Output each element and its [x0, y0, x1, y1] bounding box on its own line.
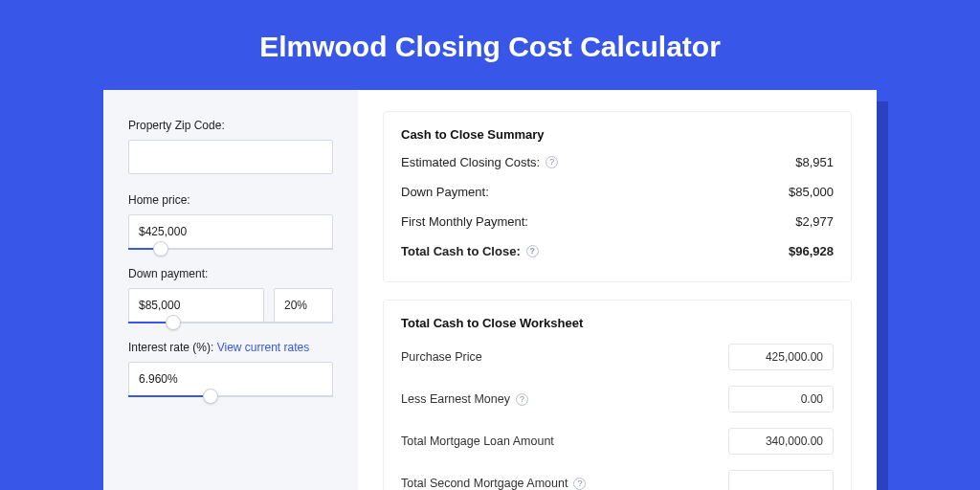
zip-input[interactable]	[128, 140, 333, 174]
summary-panel: Cash to Close Summary Estimated Closing …	[383, 111, 852, 282]
results-panel: Cash to Close Summary Estimated Closing …	[358, 90, 877, 490]
home-price-label: Home price:	[128, 193, 333, 207]
down-payment-label: Down payment:	[128, 267, 333, 280]
interest-rate-label: Interest rate (%): View current rates	[128, 341, 333, 354]
interest-rate-slider[interactable]	[128, 395, 333, 397]
slider-fill	[128, 395, 211, 397]
worksheet-row-second: Total Second Mortgage Amount ?	[401, 470, 834, 490]
earnest-money-input[interactable]	[728, 386, 834, 412]
worksheet-label: Total Mortgage Loan Amount	[401, 434, 554, 448]
worksheet-title: Total Cash to Close Worksheet	[401, 316, 834, 330]
worksheet-label: Less Earnest Money	[401, 392, 510, 406]
summary-row-first-payment: First Monthly Payment: $2,977	[401, 214, 834, 229]
worksheet-label: Purchase Price	[401, 350, 482, 364]
home-price-field: Home price:	[128, 193, 333, 250]
summary-label: Estimated Closing Costs:	[401, 155, 540, 169]
down-payment-input[interactable]	[128, 288, 264, 323]
info-icon[interactable]: ?	[573, 478, 586, 490]
interest-rate-label-text: Interest rate (%):	[128, 341, 213, 354]
zip-field: Property Zip Code:	[128, 119, 333, 174]
purchase-price-input[interactable]	[728, 344, 834, 370]
slider-thumb[interactable]	[166, 315, 181, 330]
summary-value: $8,951	[795, 155, 834, 169]
down-payment-pct-input[interactable]	[274, 288, 333, 323]
zip-label: Property Zip Code:	[128, 119, 333, 132]
info-icon[interactable]: ?	[516, 393, 528, 406]
summary-label: First Monthly Payment:	[401, 214, 528, 229]
interest-rate-field: Interest rate (%): View current rates	[128, 341, 333, 397]
summary-row-down-payment: Down Payment: $85,000	[401, 185, 834, 199]
summary-label: Total Cash to Close:	[401, 244, 521, 258]
second-mortgage-input[interactable]	[728, 470, 834, 490]
summary-row-est-costs: Estimated Closing Costs: ? $8,951	[401, 155, 834, 169]
worksheet-row-purchase: Purchase Price	[401, 344, 834, 370]
summary-row-total: Total Cash to Close: ? $96,928	[401, 244, 834, 258]
summary-value: $96,928	[789, 244, 834, 258]
page-title: Elmwood Closing Cost Calculator	[0, 0, 980, 90]
info-icon[interactable]: ?	[526, 245, 539, 257]
worksheet-row-earnest: Less Earnest Money ?	[401, 386, 834, 412]
summary-value: $85,000	[789, 185, 834, 199]
view-current-rates-link[interactable]: View current rates	[217, 341, 310, 354]
home-price-slider[interactable]	[128, 248, 333, 250]
worksheet-panel: Total Cash to Close Worksheet Purchase P…	[383, 300, 852, 490]
calculator-card: Property Zip Code: Home price: Down paym…	[103, 90, 877, 490]
worksheet-label: Total Second Mortgage Amount	[401, 477, 568, 490]
summary-value: $2,977	[795, 214, 834, 229]
worksheet-row-loan: Total Mortgage Loan Amount	[401, 428, 834, 455]
down-payment-field: Down payment:	[128, 267, 333, 323]
loan-amount-input[interactable]	[728, 428, 834, 455]
slider-thumb[interactable]	[153, 241, 168, 256]
slider-thumb[interactable]	[203, 389, 218, 404]
summary-title: Cash to Close Summary	[401, 127, 834, 142]
input-sidebar: Property Zip Code: Home price: Down paym…	[103, 90, 358, 490]
interest-rate-input[interactable]	[128, 362, 333, 396]
down-payment-slider[interactable]	[128, 322, 333, 323]
info-icon[interactable]: ?	[546, 156, 558, 168]
summary-label: Down Payment:	[401, 185, 489, 199]
